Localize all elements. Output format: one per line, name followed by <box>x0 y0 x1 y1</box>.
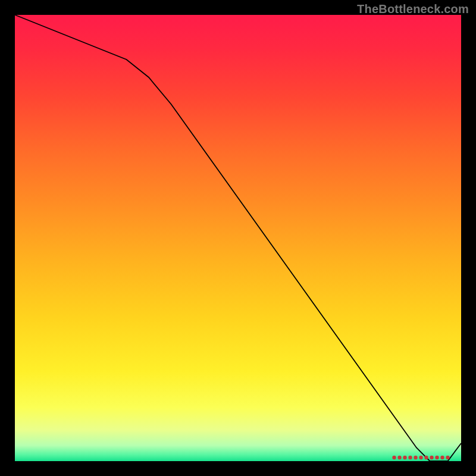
gradient-background <box>15 15 461 461</box>
chart-frame: TheBottleneck.com <box>0 0 476 476</box>
marker-dot <box>440 456 444 459</box>
marker-dot <box>424 456 428 459</box>
marker-dot <box>419 456 422 459</box>
plot-outer <box>15 15 461 461</box>
marker-dot <box>446 456 449 459</box>
marker-dot <box>414 456 417 459</box>
watermark-text: TheBottleneck.com <box>357 2 469 16</box>
chart-svg <box>15 15 461 461</box>
marker-dot <box>403 456 406 459</box>
marker-dot <box>435 456 439 459</box>
marker-group <box>392 456 449 459</box>
marker-dot <box>392 456 396 459</box>
marker-dot <box>430 456 433 459</box>
marker-dot <box>397 456 401 459</box>
marker-dot <box>408 456 412 459</box>
